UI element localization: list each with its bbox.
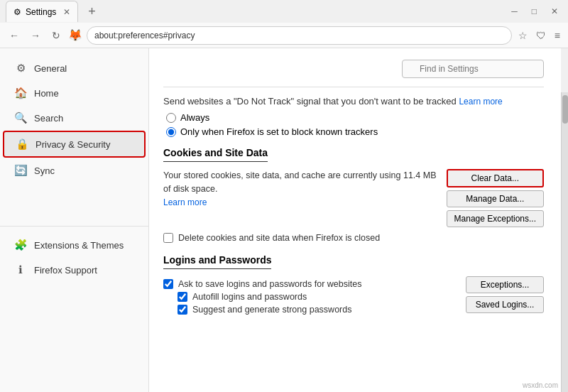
bookmark-button[interactable]: ☆ xyxy=(516,28,530,43)
nav-bar: ← → ↻ 🦊 ☆ 🛡 ≡ xyxy=(0,23,568,48)
scrollbar[interactable] xyxy=(561,92,568,392)
manage-data-button[interactable]: Manage Data... xyxy=(447,190,544,207)
dnt-option-always-label: Always xyxy=(180,112,209,123)
delete-cookies-checkbox[interactable] xyxy=(163,233,173,243)
sidebar-item-home-label: Home xyxy=(34,88,59,99)
suggest-passwords-row[interactable]: Suggest and generate strong passwords xyxy=(178,305,459,315)
cookies-learn-more[interactable]: Learn more xyxy=(163,197,207,207)
cookies-desc-text: Your stored cookies, site data, and cach… xyxy=(163,170,436,194)
browser-tab[interactable]: ⚙ Settings ✕ xyxy=(6,1,78,22)
sidebar-item-home[interactable]: 🏠 Home xyxy=(3,81,146,105)
main-layout: ⚙ General 🏠 Home 🔍 Search 🔒 Privacy & Se… xyxy=(0,48,568,392)
address-bar[interactable] xyxy=(87,26,512,45)
dnt-section: Send websites a "Do Not Track" signal th… xyxy=(163,96,544,137)
dnt-option-always[interactable]: Always xyxy=(166,112,544,123)
tab-title: Settings xyxy=(26,7,56,17)
sidebar-item-support[interactable]: ℹ Firefox Support xyxy=(3,258,146,282)
clear-data-button[interactable]: Clear Data... xyxy=(447,169,544,187)
sidebar: ⚙ General 🏠 Home 🔍 Search 🔒 Privacy & Se… xyxy=(0,48,149,392)
section-separator xyxy=(163,87,544,87)
cookies-desc: Your stored cookies, site data, and cach… xyxy=(163,169,439,209)
find-bar: 🔍 xyxy=(163,60,544,78)
content-area: 🔍 Send websites a "Do Not Track" signal … xyxy=(149,48,561,392)
save-logins-checkbox[interactable] xyxy=(163,279,173,289)
logins-items: Ask to save logins and passwords for web… xyxy=(163,276,459,317)
suggest-passwords-label: Suggest and generate strong passwords xyxy=(192,305,351,315)
saved-logins-button[interactable]: Saved Logins... xyxy=(466,296,544,313)
sidebar-item-general-label: General xyxy=(34,63,67,74)
sidebar-item-privacy-label: Privacy & Security xyxy=(36,139,110,150)
find-input[interactable] xyxy=(402,60,544,78)
suggest-passwords-checkbox[interactable] xyxy=(178,305,187,315)
sidebar-item-sync-label: Sync xyxy=(34,165,55,176)
privacy-icon: 🔒 xyxy=(16,138,28,151)
minimize-button[interactable]: ─ xyxy=(507,5,522,18)
sidebar-bottom: 🧩 Extensions & Themes ℹ Firefox Support xyxy=(0,226,148,282)
dnt-radio-group: Always Only when Firefox is set to block… xyxy=(166,112,544,137)
watermark: wsxdn.com xyxy=(523,381,558,389)
home-icon: 🏠 xyxy=(14,87,27,99)
tab-close-button[interactable]: ✕ xyxy=(63,7,70,17)
shield-button[interactable]: 🛡 xyxy=(534,28,548,43)
refresh-button[interactable]: ↻ xyxy=(48,28,64,43)
autofill-row[interactable]: Autofill logins and passwords xyxy=(178,292,459,302)
sidebar-item-search[interactable]: 🔍 Search xyxy=(3,106,146,130)
new-tab-button[interactable]: + xyxy=(84,4,100,19)
dnt-text: Send websites a "Do Not Track" signal th… xyxy=(163,96,457,107)
dnt-radio-always[interactable] xyxy=(166,113,176,123)
find-wrapper: 🔍 xyxy=(402,60,544,78)
extensions-icon: 🧩 xyxy=(14,239,27,251)
sync-icon: 🔄 xyxy=(14,164,27,177)
search-icon: 🔍 xyxy=(14,111,27,124)
dnt-option-only-when[interactable]: Only when Firefox is set to block known … xyxy=(166,126,544,137)
save-logins-label: Ask to save logins and passwords for web… xyxy=(178,279,361,289)
title-bar: ⚙ Settings ✕ + ─ □ ✕ xyxy=(0,0,568,23)
close-button[interactable]: ✕ xyxy=(547,5,562,18)
autofill-checkbox[interactable] xyxy=(178,292,187,302)
back-button[interactable]: ← xyxy=(6,28,23,43)
logins-row: Ask to save logins and passwords for web… xyxy=(163,276,544,317)
delete-cookies-checkbox-row[interactable]: Delete cookies and site data when Firefo… xyxy=(163,233,544,243)
sidebar-item-privacy[interactable]: 🔒 Privacy & Security xyxy=(3,131,146,158)
support-icon: ℹ xyxy=(14,263,27,276)
sidebar-item-general[interactable]: ⚙ General xyxy=(3,56,146,80)
dnt-option-only-when-label: Only when Firefox is set to block known … xyxy=(180,126,378,137)
menu-button[interactable]: ≡ xyxy=(552,28,562,43)
tab-favicon: ⚙ xyxy=(13,7,21,17)
save-logins-row[interactable]: Ask to save logins and passwords for web… xyxy=(163,279,459,289)
autofill-label: Autofill logins and passwords xyxy=(192,292,307,302)
firefox-logo: 🦊 xyxy=(68,28,82,42)
logins-buttons: Exceptions... Saved Logins... xyxy=(466,276,544,313)
sidebar-item-sync[interactable]: 🔄 Sync xyxy=(3,158,146,183)
cookies-section: Cookies and Site Data Your stored cookie… xyxy=(163,147,544,243)
logins-heading: Logins and Passwords xyxy=(163,254,271,269)
logins-section: Logins and Passwords Ask to save logins … xyxy=(163,254,544,317)
sidebar-item-support-label: Firefox Support xyxy=(34,265,97,276)
general-icon: ⚙ xyxy=(14,62,27,75)
dnt-label: Send websites a "Do Not Track" signal th… xyxy=(163,96,544,107)
maximize-button[interactable]: □ xyxy=(528,5,541,18)
cookies-row: Your stored cookies, site data, and cach… xyxy=(163,169,544,227)
dnt-radio-only-when[interactable] xyxy=(166,127,176,137)
delete-cookies-label: Delete cookies and site data when Firefo… xyxy=(178,233,380,243)
sidebar-item-extensions[interactable]: 🧩 Extensions & Themes xyxy=(3,233,146,257)
sidebar-item-extensions-label: Extensions & Themes xyxy=(34,240,124,251)
dnt-learn-more[interactable]: Learn more xyxy=(459,97,502,107)
sidebar-item-search-label: Search xyxy=(34,113,63,124)
forward-button[interactable]: → xyxy=(27,28,44,43)
manage-exceptions-button[interactable]: Manage Exceptions... xyxy=(447,210,544,227)
window-controls: ─ □ ✕ xyxy=(507,5,562,18)
cookies-heading: Cookies and Site Data xyxy=(163,147,268,162)
exceptions-button[interactable]: Exceptions... xyxy=(466,276,544,293)
cookies-buttons: Clear Data... Manage Data... Manage Exce… xyxy=(447,169,544,227)
